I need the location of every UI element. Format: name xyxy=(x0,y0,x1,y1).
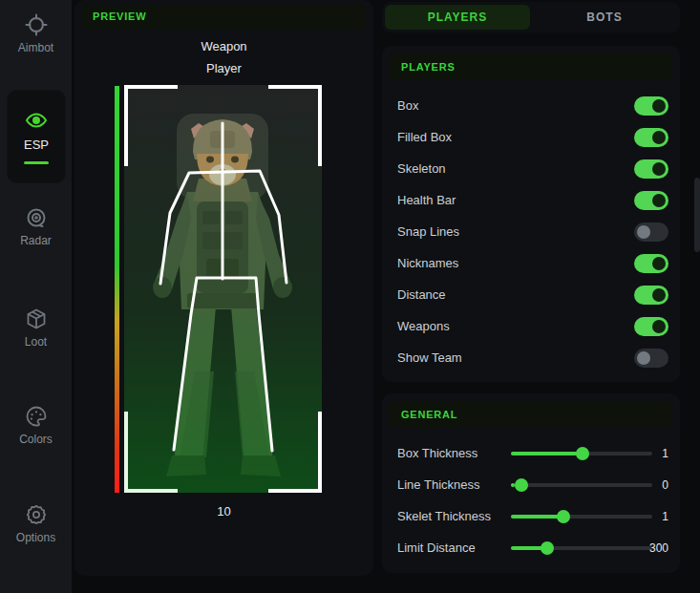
active-indicator xyxy=(24,161,49,164)
toggle-switch[interactable] xyxy=(634,96,668,116)
toggle-row: Health Bar xyxy=(382,184,680,216)
slider[interactable] xyxy=(511,447,652,460)
toggle-knob xyxy=(652,320,666,333)
toggle-label: Health Bar xyxy=(397,193,634,207)
box-corner-top-right xyxy=(268,85,322,166)
toggle-label: Weapons xyxy=(397,319,634,333)
slider-value: 300 xyxy=(638,541,668,555)
toggle-knob xyxy=(652,162,666,176)
slider-value: 1 xyxy=(638,447,668,460)
slider-row: Line Thickness 0 xyxy=(382,469,680,500)
toggle-knob xyxy=(652,257,666,270)
sidebar-item-label: Options xyxy=(16,531,55,544)
general-section-header: GENERAL xyxy=(390,401,672,428)
sidebar-item[interactable]: Options xyxy=(0,503,72,544)
sidebar-item-label: Loot xyxy=(25,335,47,349)
preview-header: PREVIEW xyxy=(81,5,365,29)
slider-track[interactable] xyxy=(511,483,652,487)
general-section: GENERAL Box Thickness 1 Line Thickness xyxy=(382,393,680,573)
sidebar-item[interactable]: Loot xyxy=(0,307,72,349)
health-bar xyxy=(115,86,119,493)
toggle-switch[interactable] xyxy=(634,317,668,336)
toggle-switch[interactable] xyxy=(634,191,668,210)
players-section: PLAYERS Box Filled Box Skeleton xyxy=(382,46,680,382)
tab[interactable]: PLAYERS xyxy=(385,5,530,30)
toggle-knob xyxy=(652,194,666,207)
scrollbar-thumb[interactable] xyxy=(694,178,700,252)
toggle-label: Snap Lines xyxy=(397,224,634,239)
box-corner-bottom-left xyxy=(124,412,178,493)
toggle-switch[interactable] xyxy=(634,349,668,368)
sidebar-item[interactable]: Aimbot xyxy=(0,13,72,54)
toggle-switch[interactable] xyxy=(634,222,668,242)
slider-rows: Box Thickness 1 Line Thickness xyxy=(382,437,680,563)
slider-knob[interactable] xyxy=(515,478,528,492)
toggle-label: Distance xyxy=(397,287,634,302)
toggle-knob xyxy=(652,288,666,302)
toggle-row: Filled Box xyxy=(382,121,680,153)
toggle-switch[interactable] xyxy=(634,159,668,179)
slider-row: Box Thickness 1 xyxy=(382,437,680,469)
sidebar-item-label: Aimbot xyxy=(18,41,53,54)
slider-row: Skelet Thickness 1 xyxy=(382,500,680,532)
gear-icon xyxy=(25,503,48,526)
toggle-switch[interactable] xyxy=(634,128,668,147)
sidebar-item-label: Colors xyxy=(19,433,53,446)
slider[interactable] xyxy=(511,541,652,555)
toggle-knob xyxy=(652,131,666,144)
toggle-knob xyxy=(637,351,650,365)
slider-value: 1 xyxy=(638,510,668,523)
toggle-rows: Box Filled Box Skeleton Health Bar xyxy=(382,90,680,373)
esp-settings-window: Aimbot ESP Radar Loot xyxy=(0,0,700,593)
slider-knob[interactable] xyxy=(576,447,589,460)
toggle-switch[interactable] xyxy=(634,286,668,305)
preview-panel: PREVIEW Weapon Player xyxy=(74,0,373,576)
palette-icon xyxy=(25,405,48,428)
weapon-label: Weapon xyxy=(74,39,373,53)
slider-value: 0 xyxy=(638,478,668,492)
toggle-label: Filled Box xyxy=(397,130,634,144)
toggle-label: Show Team xyxy=(397,350,634,365)
toggle-label: Nicknames xyxy=(397,256,634,270)
toggle-row: Weapons xyxy=(382,310,680,342)
toggle-row: Snap Lines xyxy=(382,216,680,247)
toggle-row: Show Team xyxy=(382,342,680,373)
sidebar-item[interactable]: Colors xyxy=(0,405,72,446)
box-corner-bottom-right xyxy=(268,412,322,493)
toggle-knob xyxy=(637,225,650,239)
radar-icon xyxy=(25,206,48,229)
toggle-row: Nicknames xyxy=(382,247,680,279)
slider[interactable] xyxy=(511,510,652,523)
eye-icon xyxy=(25,109,48,132)
toggle-row: Distance xyxy=(382,279,680,310)
toggle-row: Skeleton xyxy=(382,153,680,184)
toggle-knob xyxy=(652,99,666,113)
sidebar: Aimbot ESP Radar Loot xyxy=(0,0,72,593)
slider-knob[interactable] xyxy=(557,510,570,523)
toggle-row: Box xyxy=(382,90,680,121)
box-corner-top-left xyxy=(124,85,178,166)
crosshair-icon xyxy=(25,13,48,36)
slider[interactable] xyxy=(511,478,652,492)
player-name-label: Player xyxy=(74,61,373,75)
slider-fill xyxy=(511,546,543,550)
slider-knob[interactable] xyxy=(541,541,554,555)
slider-fill xyxy=(511,452,583,455)
sidebar-item[interactable]: ESP xyxy=(8,91,65,182)
slider-row: Limit Distance 300 xyxy=(382,532,680,563)
esp-box-preview xyxy=(124,85,322,493)
distance-label: 10 xyxy=(74,504,373,519)
toggle-label: Skeleton xyxy=(397,161,634,176)
sidebar-item-label: Radar xyxy=(20,234,52,247)
sidebar-item-label: ESP xyxy=(24,138,49,152)
cube-icon xyxy=(25,307,48,330)
toggle-switch[interactable] xyxy=(634,254,668,273)
slider-fill xyxy=(511,515,562,519)
tab-bar: PLAYERS BOTS xyxy=(382,2,680,32)
toggle-label: Box xyxy=(397,98,634,113)
players-section-header: PLAYERS xyxy=(390,53,672,80)
sidebar-item[interactable]: Radar xyxy=(0,206,72,247)
tab[interactable]: BOTS xyxy=(532,5,677,30)
